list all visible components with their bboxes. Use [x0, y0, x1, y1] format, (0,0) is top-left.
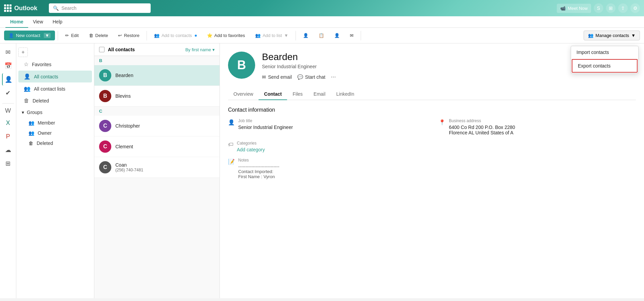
search-icon: 🔍: [53, 5, 59, 11]
contact-item-blevins[interactable]: B Blevins: [94, 86, 220, 107]
detail-actions: ✉ Send email 💬 Start chat ···: [262, 73, 636, 80]
add-to-list-label: Add to list: [263, 33, 282, 38]
start-chat-button[interactable]: 💬 Start chat: [297, 74, 325, 80]
new-contact-dropdown-icon[interactable]: ▼: [44, 33, 51, 38]
icon-btn-1[interactable]: 👤: [299, 31, 313, 40]
edit-label: Edit: [71, 33, 78, 38]
sidebar-icon-word[interactable]: W: [2, 103, 14, 115]
search-placeholder: Search: [61, 5, 76, 11]
new-contact-label: New contact: [16, 33, 40, 38]
all-contact-lists-label: All contact lists: [34, 86, 65, 92]
contacts-nav-icon: 👤: [24, 73, 31, 80]
new-contact-button[interactable]: 👤 New contact ▼: [4, 31, 55, 40]
expand-button[interactable]: +: [18, 48, 28, 57]
send-email-button[interactable]: ✉ Send email: [262, 74, 292, 80]
tab-view[interactable]: View: [28, 16, 48, 28]
categories-field: 🏷 Categories Add category: [228, 141, 636, 152]
notes-field: 📝 Notes ---------------------------- Con…: [228, 158, 636, 179]
contact-info-section: Contact information 👤 Job title Senior I…: [228, 107, 636, 179]
ribbon-tabs: Home View Help: [0, 16, 644, 28]
add-to-list-icon: 👥: [255, 33, 261, 38]
sidebar-icon-excel[interactable]: X: [2, 117, 14, 129]
tab-overview[interactable]: Overview: [228, 89, 259, 100]
location-icon: 📍: [439, 119, 446, 126]
icon-btn-4[interactable]: ✉: [345, 31, 358, 40]
skype-icon[interactable]: S: [594, 3, 603, 13]
contact-name-blevins: Blevins: [115, 93, 215, 99]
sidebar-icon-onedrive[interactable]: ☁: [2, 144, 14, 156]
add-to-list-button[interactable]: 👥 Add to list ▼: [251, 31, 293, 40]
tab-home[interactable]: Home: [5, 16, 28, 28]
tab-files[interactable]: Files: [287, 89, 308, 100]
manage-contacts-label: Manage contacts: [595, 33, 629, 38]
app-name: Outlook: [14, 5, 37, 12]
restore-button[interactable]: ↩ Restore: [114, 31, 144, 40]
tab-linkedin[interactable]: LinkedIn: [331, 89, 360, 100]
tab-contact[interactable]: Contact: [259, 89, 287, 100]
meet-now-button[interactable]: 📹 Meet Now: [557, 4, 591, 13]
add-to-list-dropdown[interactable]: ▼: [284, 33, 288, 38]
job-title-field: 👤 Job title Senior Industrial Engineer: [228, 118, 425, 135]
person-icon: 👤: [228, 119, 235, 126]
contact-name-coan: Coan: [115, 162, 215, 168]
manage-contacts-button[interactable]: 👥 Manage contacts ▼: [584, 31, 640, 40]
ribbon: Home View Help 👤 New contact ▼ ✏ Edit 🗑 …: [0, 16, 644, 43]
add-to-contacts-button[interactable]: 👥 Add to contacts: [150, 31, 201, 40]
section-label-c: C: [94, 107, 220, 116]
sidebar-item-deleted[interactable]: 🗑 Deleted: [18, 95, 92, 107]
contact-item-clement[interactable]: C Clement: [94, 136, 220, 157]
settings-icon[interactable]: ⚙: [630, 3, 640, 13]
sidebar-icon-calendar[interactable]: 📅: [2, 60, 14, 72]
groups-header[interactable]: ▾ Groups: [16, 107, 94, 118]
tab-help[interactable]: Help: [48, 16, 67, 28]
detail-avatar: B: [228, 52, 255, 79]
deleted-nav-icon: 🗑: [24, 98, 29, 104]
search-bar[interactable]: 🔍 Search: [49, 3, 151, 13]
export-contacts-item[interactable]: Export contacts: [572, 59, 638, 73]
select-all-checkbox[interactable]: [99, 47, 105, 52]
delete-button[interactable]: 🗑 Delete: [84, 31, 113, 40]
sidebar-icon-contacts[interactable]: 👤: [2, 73, 14, 86]
contact-item-coan[interactable]: C Coan (256) 740-7481: [94, 157, 220, 178]
sidebar-icon-apps[interactable]: ⊞: [2, 157, 14, 170]
edit-button[interactable]: ✏ Edit: [61, 31, 83, 40]
edit-icon: ✏: [65, 33, 69, 38]
sidebar-subitem-member[interactable]: 👥 Member: [16, 118, 94, 128]
add-to-contacts-label: Add to contacts: [162, 33, 192, 38]
all-contacts-label: All contacts: [34, 74, 58, 79]
import-contacts-item[interactable]: Import contacts: [571, 46, 638, 58]
add-to-favorites-button[interactable]: ⭐ Add to favorites: [203, 31, 249, 40]
sidebar-item-all-contacts[interactable]: 👤 All contacts: [18, 71, 92, 82]
contact-item-bearden[interactable]: B Bearden: [94, 65, 220, 86]
contact-info-blevins: Blevins: [115, 93, 215, 99]
sidebar-icon-tasks[interactable]: ✔: [2, 87, 14, 99]
excel-topbar-icon[interactable]: ⊞: [606, 3, 615, 13]
icon-btn-3[interactable]: 👤: [330, 31, 344, 40]
avatar-bearden: B: [99, 69, 111, 81]
sidebar-item-all-contact-lists[interactable]: 👥 All contact lists: [18, 83, 92, 95]
star-nav-icon: ☆: [24, 61, 29, 68]
restore-label: Restore: [124, 33, 139, 38]
icon-btn-2[interactable]: 📋: [314, 31, 328, 40]
sidebar-subitem-owner[interactable]: 👥 Owner: [16, 128, 94, 138]
add-category-link[interactable]: Add category: [237, 147, 265, 152]
sidebar-subitem-deleted[interactable]: 🗑 Deleted: [16, 138, 94, 148]
share-icon[interactable]: ⇧: [618, 3, 628, 13]
contact-info-bearden: Bearden: [115, 73, 215, 78]
avatar-initial-bearden: B: [103, 72, 107, 78]
sidebar-item-favorites[interactable]: ☆ Favorites: [18, 58, 92, 70]
sidebar-icon-powerpoint[interactable]: P: [2, 130, 14, 143]
notes-label: Notes: [238, 158, 279, 163]
top-bar: Outlook 🔍 Search 📹 Meet Now S ⊞ ⇧ ⚙: [0, 0, 644, 16]
tab-email[interactable]: Email: [308, 89, 331, 100]
contact-item-christopher[interactable]: C Christopher: [94, 116, 220, 136]
business-address-city: Florence AL United States of A: [449, 130, 515, 135]
more-actions-icon[interactable]: ···: [331, 73, 336, 80]
avatar-blevins: B: [99, 90, 111, 102]
sort-button[interactable]: By first name ▾: [185, 47, 215, 52]
grid-icon: [4, 4, 12, 12]
job-title-field-content: Job title Senior Industrial Engineer: [238, 118, 293, 130]
business-address-value: 6400 Co Rd 200 P.O. Box 2280: [449, 125, 515, 130]
favorites-label: Favorites: [32, 62, 52, 67]
sidebar-icon-mail[interactable]: ✉: [2, 46, 14, 58]
